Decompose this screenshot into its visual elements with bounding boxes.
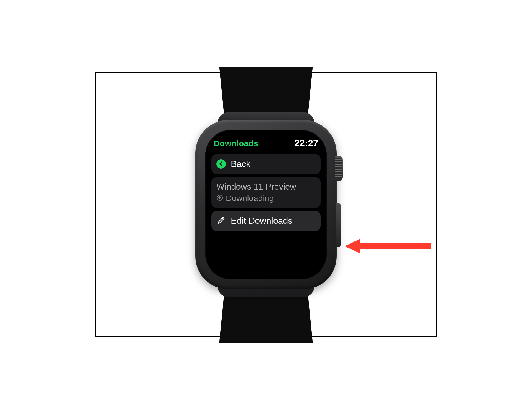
side-button[interactable] [336,203,341,247]
digital-crown[interactable] [335,156,343,181]
download-item-title: Windows 11 Preview [216,182,296,192]
pencil-icon [216,216,226,226]
downloading-icon [216,194,223,202]
status-bar: Downloads 22:27 [211,137,321,151]
watch-case: Downloads 22:27 Back Windows 11 Preview [195,120,337,289]
chevron-left-icon [216,159,226,169]
edit-downloads-label: Edit Downloads [231,216,292,226]
watch-screen: Downloads 22:27 Back Windows 11 Preview [205,130,327,279]
figure-frame: Downloads 22:27 Back Windows 11 Preview [95,72,437,337]
clock-time: 22:27 [294,138,318,148]
apple-watch: Downloads 22:27 Back Windows 11 Preview [195,120,337,289]
download-item[interactable]: Windows 11 Preview Downloading [211,177,321,208]
download-item-status: Downloading [226,194,274,203]
annotation-arrow-icon [345,237,431,255]
back-button[interactable]: Back [211,154,321,174]
back-label: Back [231,159,250,169]
page-title: Downloads [214,139,259,148]
svg-marker-1 [345,239,431,253]
edit-downloads-button[interactable]: Edit Downloads [211,211,321,231]
